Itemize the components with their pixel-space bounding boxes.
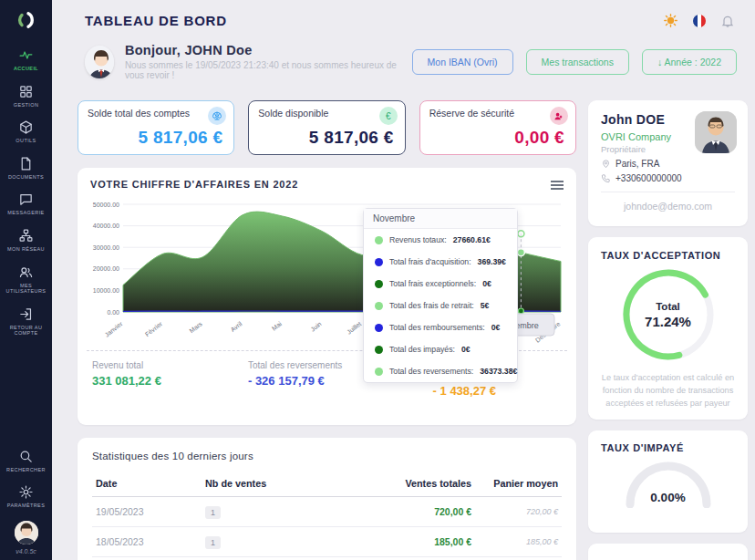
sidebar-item-label: MES UTILISATEURS: [0, 283, 52, 295]
sidebar-item-messagerie[interactable]: MESSAGERIE: [0, 192, 52, 216]
tooltip-row: Total des impayés:0€: [364, 338, 517, 360]
profile-email: johndoe@demo.com: [601, 201, 735, 212]
sidebar-item-outils[interactable]: OUTILS: [0, 119, 52, 144]
card-title: Réserve de sécurité: [429, 108, 566, 119]
y-axis-ticks: 50000.00 40000.00 30000.00 20000.00 1000…: [93, 202, 119, 316]
svg-text:Janvier: Janvier: [104, 320, 125, 338]
sidebar-item-rechercher[interactable]: RECHERCHER: [0, 449, 52, 473]
cell-date: 18/05/2023: [92, 527, 202, 557]
cell-average: 185,00 €: [475, 527, 562, 557]
sidebar-item-label: ACCUEIL: [14, 66, 38, 72]
svg-text:Juillet: Juillet: [346, 320, 362, 336]
activity-icon: [18, 47, 34, 63]
col-header-nb-ventes: Nb de ventes: [202, 472, 338, 497]
tooltip-row: Total frais d'acquisition:369.39€: [364, 251, 517, 273]
cell-total: 185,00 €: [338, 527, 475, 557]
stats-table: Date Nb de ventes Ventes totales Panier …: [92, 472, 562, 557]
greeting-title: Bonjour, JOHN Doe: [125, 43, 412, 57]
profile-card: John DOE OVRI Company Propriétaire Paris…: [588, 100, 748, 226]
document-icon: [18, 156, 34, 171]
total-value: - 1 438,27 €: [419, 384, 496, 398]
sidebar-item-mes-utilisateurs[interactable]: MES UTILISATEURS: [0, 264, 52, 295]
cell-total: 720,00 €: [338, 497, 475, 527]
chart-title: VOTRE CHIFFRE D'AFFAIRES EN 2022: [87, 179, 567, 190]
svg-text:50000.00: 50000.00: [93, 202, 119, 208]
tooltip-row: Total frais exceptionnels:0€: [364, 273, 517, 295]
summary-cards-row: Solde total des comptes 5 817,06 € Solde…: [78, 100, 576, 155]
acceptance-title: TAUX D'ACCEPTATION: [601, 250, 720, 261]
cell-count: 1: [202, 527, 338, 557]
language-flag-fr-icon[interactable]: [692, 14, 707, 28]
logout-icon: [18, 306, 34, 322]
sidebar-item-label: MON RÉSEAU: [7, 246, 45, 253]
col-header-panier-moyen: Panier moyen: [475, 472, 562, 497]
page-title: TABLEAU DE BORD: [85, 13, 227, 28]
acceptance-center-value: 71.24%: [645, 314, 691, 329]
tooltip-row: Total des reversements:36373.38€: [364, 360, 517, 382]
card-value: 5 817,06 €: [309, 128, 394, 148]
greeting-subtitle: Nous sommes le 19/05/2023 21:23:40 et no…: [125, 60, 412, 80]
card-solde-disponible: Solde disponible € 5 817,06 €: [248, 100, 405, 155]
theme-sun-icon[interactable]: [663, 13, 678, 28]
card-reserve-securite: Réserve de sécurité 0,00 €: [419, 100, 576, 155]
col-header-ventes-totales: Ventes totales: [338, 472, 475, 497]
phone-icon: [601, 173, 611, 183]
notifications-bell-icon[interactable]: [720, 14, 735, 28]
sidebar-item-accueil[interactable]: ACCUEIL: [0, 47, 52, 72]
stats-table-card: Statistiques des 10 derniers jours Date …: [78, 438, 576, 560]
greeting-row: Bonjour, JOHN Doe Nous sommes le 19/05/2…: [52, 32, 755, 80]
svg-text:40000.00: 40000.00: [93, 223, 119, 229]
my-iban-button[interactable]: Mon IBAN (Ovri): [412, 49, 513, 75]
app-version: v4.0.5c: [16, 548, 36, 555]
sidebar-item-label: DOCUMENTS: [8, 174, 44, 181]
count-badge: 1: [205, 506, 221, 519]
svg-text:20000.00: 20000.00: [93, 265, 119, 272]
my-transactions-button[interactable]: Mes transactions: [526, 49, 629, 75]
sidebar-item-parametres[interactable]: PARAMÈTRES: [0, 484, 52, 509]
sidebar-item-mon-reseau[interactable]: MON RÉSEAU: [0, 228, 52, 253]
acceptance-center-label: Total: [656, 301, 680, 312]
sidebar-avatar[interactable]: [15, 521, 38, 544]
card-title: Solde disponible: [258, 108, 395, 119]
sidebar-item-documents[interactable]: DOCUMENTS: [0, 156, 52, 181]
chart-menu-icon[interactable]: [551, 179, 564, 192]
sidebar: ACCUEIL GESTION OUTILS DOCUMENTS MESSAGE…: [0, 0, 52, 560]
unpaid-value: 0.00%: [588, 491, 748, 504]
acceptance-rate-card: TAUX D'ACCEPTATION Total 71.24% Le taux …: [588, 237, 748, 420]
tooltip-row: Total des remboursements:0€: [364, 316, 517, 338]
users-icon: [18, 264, 34, 280]
cell-count: 1: [202, 497, 338, 527]
sidebar-item-label: OUTILS: [16, 138, 36, 144]
sidebar-item-label: RETOUR AU COMPTE: [0, 325, 52, 337]
unpaid-title: TAUX D'IMPAYÉ: [601, 442, 735, 453]
sidebar-item-gestion[interactable]: GESTION: [0, 84, 52, 109]
acceptance-donut: Total 71.24%: [618, 264, 719, 365]
table-row: 19/05/2023 1 720,00 € 720,00 €: [92, 497, 562, 527]
svg-text:Mars: Mars: [188, 320, 203, 334]
svg-text:30000.00: 30000.00: [93, 244, 119, 251]
tooltip-title: Novembre: [364, 209, 517, 229]
unpaid-rate-card: TAUX D'IMPAYÉ 0.00%: [588, 430, 748, 533]
location-pin-icon: [601, 159, 611, 169]
topbar: TABLEAU DE BORD: [52, 0, 755, 32]
year-select-button[interactable]: ↓ Année : 2022: [642, 49, 737, 75]
profile-phone: +330600000000: [601, 173, 735, 183]
svg-text:Avril: Avril: [230, 320, 243, 333]
table-row: 18/05/2023 1 185,00 € 185,00 €: [92, 527, 562, 557]
main-area: TABLEAU DE BORD Bonjour, JOHN Doe Nous s…: [52, 0, 755, 560]
svg-text:Juin: Juin: [309, 320, 323, 332]
tooltip-row: Total des frais de retrait:5€: [364, 295, 517, 316]
chat-icon: [18, 192, 34, 207]
sidebar-item-label: PARAMÈTRES: [7, 503, 46, 509]
grid-icon: [18, 84, 34, 99]
gear-icon: [18, 484, 34, 500]
svg-text:0.00: 0.00: [107, 309, 119, 316]
total-label: Revenu total: [92, 360, 248, 370]
cube-icon: [18, 119, 34, 135]
scale-icon: [208, 107, 226, 125]
card-solde-total: Solde total des comptes 5 817,06 €: [78, 100, 234, 155]
total-value: 331 081,22 €: [92, 374, 248, 388]
profile-photo: [695, 111, 737, 153]
sidebar-item-retour-au-compte[interactable]: RETOUR AU COMPTE: [0, 306, 52, 337]
user-shield-icon: [550, 107, 568, 125]
